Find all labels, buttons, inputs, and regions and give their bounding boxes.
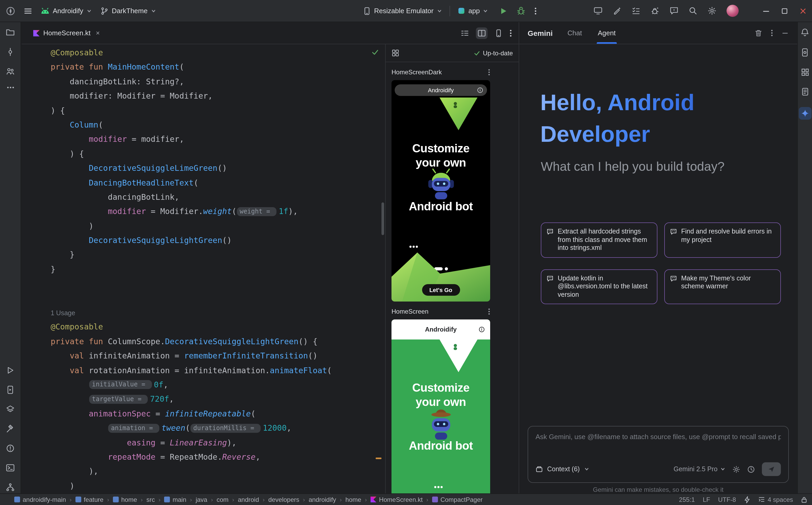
code-line[interactable]: val rotationAnimation = infiniteAnimatio…	[51, 363, 385, 378]
code-line[interactable]: DecorativeSquiggleLimeGreen()	[51, 161, 385, 176]
project-folder-icon[interactable]	[6, 28, 15, 37]
lock-icon[interactable]	[801, 496, 807, 503]
code-line[interactable]: 1 Usage	[51, 306, 385, 320]
run-tool-icon[interactable]	[6, 366, 15, 375]
code-line[interactable]: DancingBotHeadlineText(	[51, 176, 385, 190]
code-line[interactable]: repeatMode = RepeatMode.Reverse,	[51, 450, 385, 465]
inspection-ok-icon[interactable]	[371, 48, 379, 56]
close-icon[interactable]	[799, 7, 807, 15]
build-variants-icon[interactable]	[6, 405, 15, 414]
more-vertical-icon[interactable]	[510, 29, 512, 37]
code-line[interactable]: animation = tween(durationMillis = 12000…	[51, 421, 385, 436]
device-selector[interactable]: Resizable Emulator	[363, 7, 442, 15]
code-editor[interactable]: @Composableprivate fun MainHomeContent( …	[22, 44, 385, 493]
send-button[interactable]	[762, 462, 781, 476]
breadcrumb-item[interactable]: android	[238, 496, 259, 503]
indent-setting[interactable]: 4 spaces	[758, 496, 793, 503]
trash-icon[interactable]	[755, 29, 763, 37]
breadcrumb-item[interactable]: home	[113, 496, 137, 503]
suggestion-card[interactable]: Update kotlin in @libs.version.toml to t…	[541, 269, 658, 304]
code-line[interactable]: private fun ColumnScope.DecorativeSquigg…	[51, 335, 385, 349]
breadcrumb-item[interactable]: androidify	[309, 496, 336, 503]
project-selector[interactable]: Androidify	[41, 7, 92, 15]
suggestion-card[interactable]: Make my Theme's color scheme warmer	[664, 269, 781, 304]
app-insights-icon[interactable]	[801, 88, 809, 96]
layout-inspector-icon[interactable]	[801, 68, 809, 76]
code-line[interactable]: ) {	[51, 147, 385, 161]
code-line[interactable]: dancingBotLink: String?,	[51, 75, 385, 90]
context-chip[interactable]: Context (6)	[547, 466, 580, 473]
line-separator[interactable]: LF	[703, 496, 710, 503]
grid-view-icon[interactable]	[391, 49, 399, 57]
code-line[interactable]: ) {	[51, 104, 385, 118]
code-line[interactable]: dancingBotLink,	[51, 190, 385, 205]
lets-go-button[interactable]: Let's Go	[422, 284, 460, 296]
commit-icon[interactable]	[6, 47, 15, 56]
task-list-icon[interactable]	[631, 6, 641, 15]
code-area[interactable]: @Composableprivate fun MainHomeContent( …	[22, 44, 385, 493]
search-icon[interactable]	[689, 6, 698, 15]
code-line[interactable]: modifier = Modifier.weight(weight = 1f),	[51, 205, 385, 219]
close-tab-icon[interactable]: ×	[96, 29, 100, 37]
device-manager-icon[interactable]	[800, 48, 809, 57]
code-line[interactable]: easing = LinearEasing),	[51, 436, 385, 450]
lightning-icon[interactable]	[744, 496, 750, 503]
breadcrumb-item[interactable]: androidify-main	[14, 496, 66, 503]
caret-position[interactable]: 255:1	[679, 496, 695, 503]
code-line[interactable]: val infiniteAnimation = rememberInfinite…	[51, 349, 385, 363]
running-devices-icon[interactable]	[6, 385, 15, 394]
code-line[interactable]: initialValue = 0f,	[51, 378, 385, 392]
breadcrumb-item[interactable]: com	[217, 496, 228, 503]
code-line[interactable]: animationSpec = infiniteRepeatable(	[51, 407, 385, 422]
debug-button[interactable]	[517, 6, 526, 15]
code-line[interactable]: targetValue = 720f,	[51, 392, 385, 407]
more-horizontal-icon[interactable]	[6, 87, 14, 89]
preview-phone-light[interactable]: Androidify Customize your own	[391, 319, 490, 493]
version-control-icon[interactable]	[6, 483, 15, 492]
pull-request-icon[interactable]	[6, 67, 15, 76]
breadcrumb-item[interactable]: developers	[268, 496, 299, 503]
gemini-tool-button[interactable]	[799, 107, 811, 120]
code-line[interactable]: )	[51, 219, 385, 233]
ai-pen-icon[interactable]	[612, 6, 621, 15]
code-line[interactable]: modifier = modifier,	[51, 133, 385, 147]
file-encoding[interactable]: UTF-8	[718, 496, 736, 503]
preview-phone-dark[interactable]: Androidify Customize your own	[391, 80, 490, 302]
breadcrumb-item[interactable]: feature	[75, 496, 103, 503]
code-line[interactable]: Column(	[51, 118, 385, 133]
device-preview-icon[interactable]	[494, 29, 503, 37]
breadcrumb-item[interactable]: java	[196, 496, 207, 503]
run-config-selector[interactable]: app	[457, 7, 488, 15]
user-avatar[interactable]	[726, 5, 739, 17]
menu-icon[interactable]	[24, 7, 32, 15]
settings-icon[interactable]	[707, 6, 716, 15]
hide-panel-icon[interactable]	[781, 29, 789, 37]
split-editor-icon[interactable]	[476, 27, 487, 39]
code-line[interactable]: )	[51, 479, 385, 493]
breadcrumb-item[interactable]: main	[164, 496, 186, 503]
more-vertical-icon[interactable]	[488, 68, 490, 76]
ai-bug-icon[interactable]	[651, 6, 660, 15]
model-selector[interactable]: Gemini 2.5 Pro	[674, 466, 725, 473]
breadcrumb-item[interactable]: src	[146, 496, 155, 503]
code-line[interactable]: @Composable	[51, 46, 385, 60]
code-line[interactable]: modifier: Modifier = Modifier,	[51, 89, 385, 104]
more-run-options-icon[interactable]	[535, 7, 537, 15]
minimize-icon[interactable]	[762, 7, 770, 15]
list-icon[interactable]	[461, 29, 469, 37]
ai-chat-icon[interactable]	[670, 6, 679, 15]
build-icon[interactable]	[6, 425, 15, 433]
code-line[interactable]: private fun MainHomeContent(	[51, 60, 385, 75]
tab-homescreen-kt[interactable]: HomeScreen.kt ×	[31, 22, 102, 44]
maximize-icon[interactable]	[780, 7, 789, 15]
history-icon[interactable]	[747, 465, 755, 473]
code-line[interactable]: ),	[51, 465, 385, 479]
gemini-input[interactable]	[536, 433, 781, 441]
more-vertical-icon[interactable]	[771, 29, 773, 37]
suggestion-card[interactable]: Extract all hardcoded strings from this …	[541, 222, 658, 258]
code-line[interactable]: }	[51, 248, 385, 263]
code-line[interactable]: }	[51, 263, 385, 277]
branch-selector[interactable]: DarkTheme	[100, 7, 156, 15]
run-button[interactable]	[499, 7, 508, 15]
device-mirror-icon[interactable]	[594, 6, 602, 15]
